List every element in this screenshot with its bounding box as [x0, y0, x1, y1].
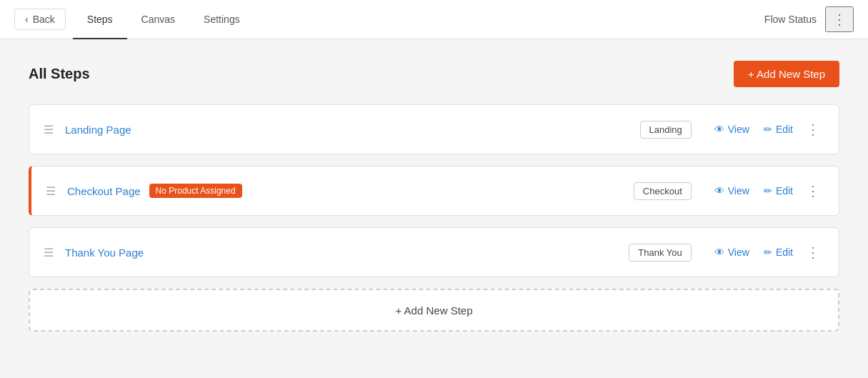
edit-icon-thankyou: ✏	[764, 247, 772, 258]
step-card-checkout: ☰ Checkout Page No Product Assigned Chec…	[29, 166, 839, 216]
steps-list: ☰ Landing Page Landing 👁 View ✏ Edit ⋮	[29, 104, 839, 277]
edit-icon-checkout: ✏	[764, 185, 772, 197]
view-button-landing[interactable]: 👁 View	[709, 121, 755, 138]
step-name-checkout[interactable]: Checkout Page	[67, 185, 141, 197]
more-button-landing[interactable]: ⋮	[802, 118, 824, 141]
step-actions-checkout: 👁 View ✏ Edit ⋮	[709, 179, 824, 202]
step-type-landing: Landing	[640, 121, 692, 139]
edit-button-checkout[interactable]: ✏ Edit	[758, 182, 799, 199]
no-product-badge: No Product Assigned	[149, 184, 242, 198]
eye-icon-thankyou: 👁	[714, 247, 724, 258]
add-new-step-button-top[interactable]: + Add New Step	[734, 61, 839, 87]
tab-canvas[interactable]: Canvas	[127, 0, 189, 39]
eye-icon-checkout: 👁	[714, 185, 724, 197]
drag-handle-thankyou[interactable]: ☰	[44, 246, 54, 259]
edit-icon-landing: ✏	[764, 124, 772, 135]
step-actions-landing: 👁 View ✏ Edit ⋮	[709, 118, 824, 141]
step-type-thankyou: Thank You	[629, 244, 691, 262]
step-actions-thankyou: 👁 View ✏ Edit ⋮	[709, 241, 824, 264]
top-nav: ‹ Back Steps Canvas Settings Flow Status…	[0, 0, 868, 39]
back-label: Back	[33, 14, 55, 25]
flow-status-label: Flow Status	[764, 14, 817, 25]
tab-steps[interactable]: Steps	[73, 0, 127, 39]
back-chevron-icon: ‹	[25, 14, 29, 25]
view-button-checkout[interactable]: 👁 View	[709, 182, 755, 199]
app-container: ‹ Back Steps Canvas Settings Flow Status…	[0, 0, 868, 378]
step-name-thankyou[interactable]: Thank You Page	[65, 247, 144, 259]
step-type-checkout: Checkout	[634, 182, 692, 200]
nav-more-button[interactable]: ⋮	[825, 6, 854, 32]
drag-handle-landing[interactable]: ☰	[44, 123, 54, 136]
add-new-step-button-bottom[interactable]: + Add New Step	[29, 289, 839, 332]
back-button[interactable]: ‹ Back	[14, 9, 66, 30]
more-button-thankyou[interactable]: ⋮	[802, 241, 824, 264]
edit-button-landing[interactable]: ✏ Edit	[758, 121, 799, 138]
drag-handle-checkout[interactable]: ☰	[46, 184, 56, 198]
tab-settings[interactable]: Settings	[189, 0, 254, 39]
step-card-thankyou: ☰ Thank You Page Thank You 👁 View ✏ Edit…	[29, 227, 839, 277]
view-button-thankyou[interactable]: 👁 View	[709, 244, 755, 261]
step-card-landing: ☰ Landing Page Landing 👁 View ✏ Edit ⋮	[29, 104, 839, 154]
page-header: All Steps + Add New Step	[29, 61, 839, 87]
eye-icon-landing: 👁	[714, 124, 724, 135]
edit-button-thankyou[interactable]: ✏ Edit	[758, 244, 799, 261]
more-button-checkout[interactable]: ⋮	[802, 179, 824, 202]
page-title: All Steps	[29, 66, 90, 82]
step-name-landing[interactable]: Landing Page	[65, 124, 131, 136]
main-content: All Steps + Add New Step ☰ Landing Page …	[0, 39, 868, 353]
